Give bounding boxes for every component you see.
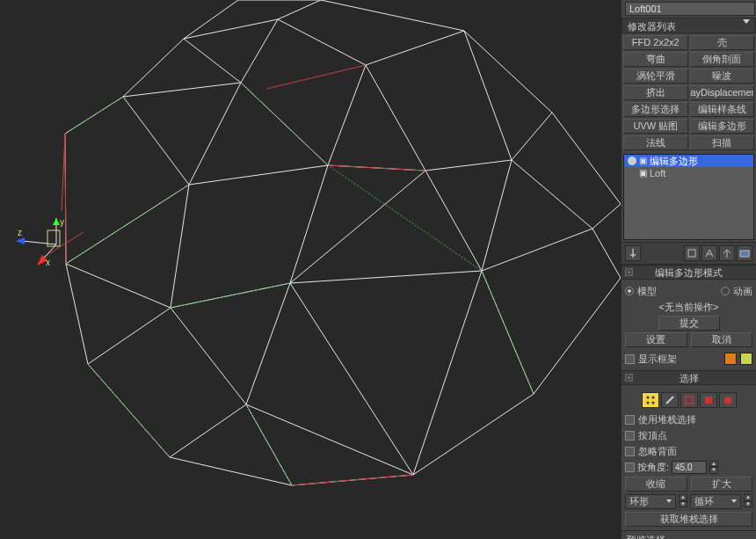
axis-gizmo[interactable]: y z x	[16, 218, 86, 288]
ring-spinner[interactable]: ▲▼	[679, 494, 687, 507]
plus-icon[interactable]: ▣	[639, 167, 647, 179]
pin-stack-button[interactable]	[625, 245, 641, 261]
mod-btn-shell[interactable]: 壳	[690, 35, 755, 50]
modifier-stack-toolbar	[622, 242, 756, 265]
svg-line-37	[290, 271, 482, 283]
svg-line-7	[170, 457, 292, 485]
svg-line-62	[328, 165, 425, 171]
svg-marker-70	[16, 237, 25, 244]
mesh-wireframe	[0, 0, 621, 539]
subobj-vertex-button[interactable]	[642, 392, 659, 408]
svg-line-29	[592, 204, 621, 229]
mod-btn-ffd[interactable]: FFD 2x2x2	[623, 35, 688, 50]
viewport-3d[interactable]: y z x	[0, 0, 621, 539]
object-name-row	[622, 0, 756, 18]
ring-dropdown[interactable]: 环形	[625, 494, 676, 509]
modifier-list-label: 修改器列表	[628, 21, 676, 32]
subobj-element-button[interactable]	[719, 392, 737, 408]
mod-btn-normal[interactable]: 法线	[623, 135, 688, 150]
mod-btn-editspline[interactable]: 编辑样条线	[690, 102, 755, 117]
modifier-list-dropdown[interactable]: 修改器列表	[622, 18, 756, 33]
svg-line-56	[328, 165, 482, 271]
svg-line-1	[321, 0, 464, 31]
minus-icon: -	[625, 268, 633, 276]
shrink-button[interactable]: 收缩	[625, 477, 687, 492]
radio-model[interactable]	[625, 287, 634, 295]
cancel-button[interactable]: 取消	[691, 332, 753, 347]
svg-line-26	[512, 113, 552, 160]
rollout-header-edit-mode[interactable]: - 编辑多边形模式	[622, 266, 756, 280]
loop-spinner[interactable]: ▲▼	[744, 494, 752, 507]
angle-input[interactable]	[672, 461, 707, 474]
make-unique-button[interactable]	[701, 245, 717, 261]
rollout-preview-selection: 预览选择 关闭 子对象 多个	[622, 530, 756, 539]
lightbulb-icon[interactable]	[628, 157, 636, 165]
mod-btn-editpoly[interactable]: 编辑多边形	[690, 119, 755, 134]
rollout-selection: - 选择 使用堆栈选择 按顶点 忽略背面 按角度: ▲▼ 收缩 扩大	[622, 370, 756, 530]
svg-line-41	[170, 404, 246, 457]
svg-marker-68	[53, 218, 60, 225]
by-vertex-checkbox[interactable]	[625, 431, 635, 441]
cage-color-2[interactable]	[740, 353, 752, 365]
svg-line-13	[65, 97, 123, 134]
svg-rect-80	[686, 397, 693, 404]
grow-button[interactable]: 扩大	[691, 477, 753, 492]
mod-stack-item-loft[interactable]: ▣ Loft	[624, 167, 753, 179]
rollout-header-selection[interactable]: - 选择	[622, 371, 756, 385]
svg-line-12	[123, 39, 184, 97]
by-angle-checkbox[interactable]	[625, 463, 635, 472]
subobj-edge-button[interactable]	[661, 392, 679, 408]
mod-btn-uvwmap[interactable]: UVW 贴图	[623, 119, 688, 134]
axis-y-label: y	[60, 218, 64, 227]
mod-btn-polyselect[interactable]: 多边形选择	[623, 102, 688, 117]
svg-line-47	[189, 165, 328, 185]
svg-point-79	[651, 402, 654, 404]
svg-line-20	[366, 31, 464, 65]
subobj-polygon-button[interactable]	[700, 392, 717, 408]
svg-line-52	[290, 283, 413, 475]
mod-btn-bend[interactable]: 弯曲	[623, 52, 688, 67]
svg-line-30	[592, 229, 621, 278]
mod-btn-sweep[interactable]: 扫描	[690, 135, 755, 150]
svg-line-55	[241, 83, 328, 165]
get-stack-selection-button[interactable]: 获取堆栈选择	[625, 512, 752, 527]
plus-icon[interactable]: ▣	[639, 155, 647, 167]
show-cage-checkbox[interactable]	[625, 354, 635, 364]
mod-stack-item-editpoly[interactable]: ▣ 编辑多边形	[624, 155, 753, 167]
use-stack-selection-checkbox[interactable]	[625, 415, 635, 425]
svg-line-24	[366, 65, 425, 171]
mod-btn-chamfer[interactable]: 倒角剖面	[690, 52, 755, 67]
mod-btn-displace[interactable]: ayDisplacementM	[690, 85, 755, 100]
loop-dropdown[interactable]: 循环	[690, 494, 741, 509]
settings-button[interactable]: 设置	[625, 332, 687, 347]
svg-line-32	[482, 160, 512, 271]
svg-line-51	[413, 271, 482, 475]
svg-line-33	[482, 229, 592, 271]
svg-line-39	[246, 404, 413, 475]
radio-animate[interactable]	[721, 287, 730, 295]
cage-color-1[interactable]	[724, 353, 737, 365]
svg-line-38	[246, 283, 290, 404]
show-end-result-button[interactable]	[684, 245, 700, 261]
mod-btn-noise[interactable]: 噪波	[690, 69, 755, 84]
command-panel: 修改器列表 FFD 2x2x2 壳 弯曲 倒角剖面 涡轮平滑 噪波 挤出 ayD…	[621, 0, 756, 539]
svg-line-25	[425, 160, 512, 171]
svg-line-28	[512, 160, 592, 229]
subobj-border-button[interactable]	[680, 392, 698, 408]
svg-line-31	[425, 171, 482, 271]
svg-line-43	[171, 308, 246, 404]
modifier-stack[interactable]: ▣ 编辑多边形 ▣ Loft	[623, 154, 754, 240]
svg-line-16	[241, 19, 278, 83]
configure-sets-button[interactable]	[737, 245, 752, 261]
svg-line-44	[88, 308, 171, 364]
commit-button[interactable]: 提交	[658, 316, 720, 331]
object-name-input[interactable]	[625, 2, 755, 16]
mod-btn-turbosmooth[interactable]: 涡轮平滑	[623, 69, 688, 84]
current-operation-text: <无当前操作>	[625, 301, 752, 314]
mod-btn-extrude[interactable]: 挤出	[623, 85, 688, 100]
angle-spinner[interactable]: ▲▼	[709, 461, 718, 474]
ignore-backfacing-checkbox[interactable]	[625, 447, 635, 456]
svg-point-76	[646, 397, 649, 399]
svg-line-69	[22, 241, 56, 244]
remove-modifier-button[interactable]	[719, 245, 735, 261]
